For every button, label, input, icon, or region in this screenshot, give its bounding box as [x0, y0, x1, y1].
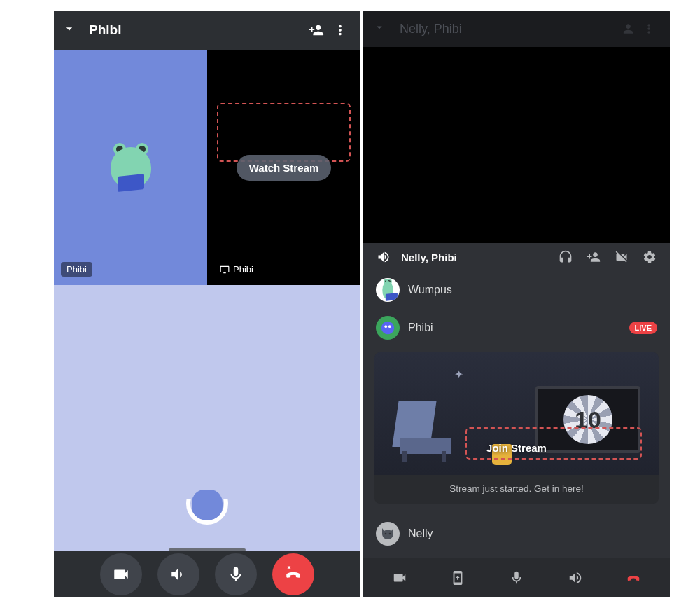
participant-name-tag: Phibi	[61, 262, 92, 277]
speaker-button[interactable]	[559, 570, 592, 586]
headset-icon[interactable]	[555, 250, 576, 264]
hangup-button[interactable]	[272, 553, 314, 595]
gear-icon[interactable]	[639, 250, 660, 264]
svg-point-1	[384, 325, 387, 328]
member-name: Nelly	[408, 527, 433, 540]
dim-title: Nelly, Phibi	[391, 22, 615, 36]
member-row-wumpus[interactable]: Wumpus	[363, 271, 670, 309]
speaker-icon	[373, 250, 394, 264]
hangup-button[interactable]	[617, 570, 650, 586]
voice-channel-header: Nelly, Phibi	[363, 243, 670, 271]
call-controls	[54, 551, 360, 597]
screenshare-button[interactable]	[441, 570, 475, 586]
speaker-button[interactable]	[158, 553, 200, 595]
live-badge: LIVE	[629, 322, 657, 334]
call-title: Phibi	[82, 22, 304, 38]
avatar	[376, 278, 400, 302]
add-user-icon[interactable]	[615, 22, 638, 36]
voice-panel-right: Nelly, Phibi Nelly, Phibi	[363, 11, 670, 597]
microphone-button[interactable]	[500, 570, 533, 586]
stream-thumbnail[interactable]: ✦ 10 Join Stream	[374, 352, 659, 475]
stream-name-text: Phibi	[233, 264, 253, 275]
microphone-button[interactable]	[215, 553, 257, 595]
svg-point-0	[382, 322, 394, 334]
highlight-box	[217, 103, 351, 162]
sparkle-icon: ✦	[454, 368, 463, 381]
member-name: Wumpus	[408, 284, 452, 296]
member-row-nelly[interactable]: Nelly	[363, 515, 670, 553]
participant-tile-phibi[interactable]: Phibi	[54, 50, 207, 285]
video-off-icon[interactable]	[611, 250, 632, 264]
watch-stream-button[interactable]: Watch Stream	[237, 155, 331, 181]
join-stream-button[interactable]: Join Stream	[374, 442, 659, 454]
call-screen-left: Phibi Phibi Watch Stream	[54, 11, 360, 597]
add-user-icon[interactable]	[304, 22, 328, 38]
stream-tile[interactable]: Watch Stream Phibi	[207, 50, 360, 285]
member-name: Phibi	[408, 322, 433, 334]
svg-point-3	[385, 533, 387, 535]
dim-header: Nelly, Phibi	[363, 11, 670, 47]
video-grid: Phibi Watch Stream Phibi	[54, 50, 360, 285]
collapse-icon[interactable]	[62, 22, 82, 39]
call-header: Phibi	[54, 11, 360, 50]
name-tag-text: Phibi	[66, 264, 87, 275]
svg-point-4	[389, 533, 391, 535]
avatar-frog	[111, 147, 151, 188]
bottom-controls	[363, 558, 670, 597]
stream-caption: Stream just started. Get in here!	[374, 475, 659, 494]
drag-handle[interactable]	[169, 548, 246, 551]
monitor-icon	[220, 265, 230, 275]
avatar	[376, 316, 400, 340]
svg-point-2	[388, 325, 391, 328]
member-row-phibi[interactable]: Phibi LIVE	[363, 309, 670, 347]
collapse-icon[interactable]	[373, 21, 391, 37]
camera-button[interactable]	[100, 553, 142, 595]
more-icon[interactable]	[328, 22, 352, 38]
stream-name-tag: Phibi	[214, 262, 259, 277]
avatar	[376, 522, 400, 546]
add-user-icon[interactable]	[583, 250, 604, 264]
camera-button[interactable]	[383, 570, 416, 586]
avatar-self	[188, 484, 227, 523]
more-icon[interactable]	[638, 22, 660, 36]
self-tile[interactable]	[54, 285, 360, 551]
stream-card: ✦ 10 Join Stream Stream just started. Ge…	[374, 352, 659, 504]
voice-channel-title: Nelly, Phibi	[401, 251, 457, 263]
collapsed-video-area[interactable]	[363, 47, 670, 243]
